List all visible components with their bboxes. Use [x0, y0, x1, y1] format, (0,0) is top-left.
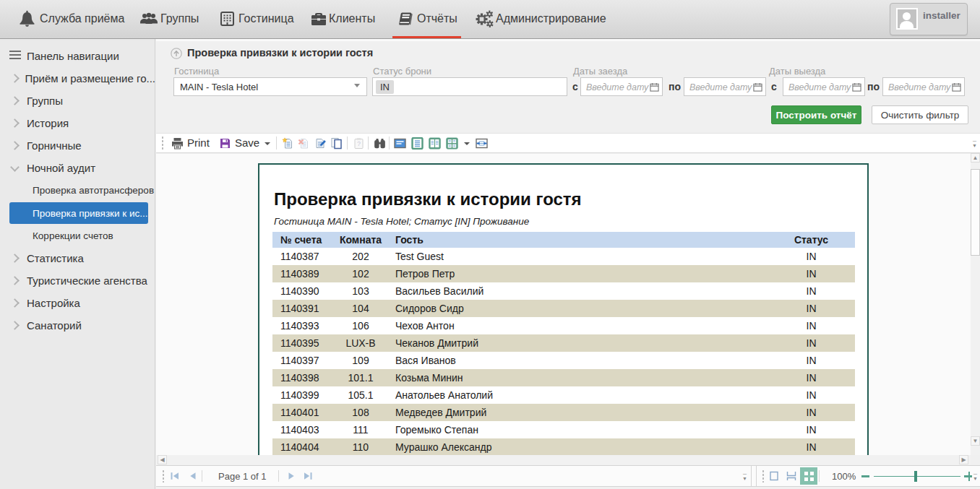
svg-text:?: ? — [357, 140, 361, 147]
